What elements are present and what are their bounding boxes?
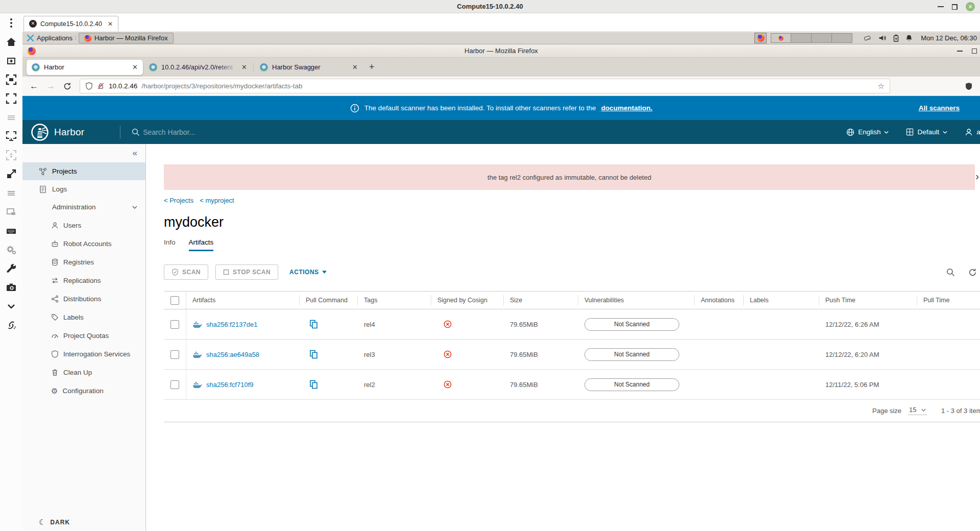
session-tab-close-icon[interactable]: ✕ [108,20,113,28]
workspace-switcher[interactable] [771,33,852,43]
sidebar-group-administration[interactable]: Administration [22,198,145,216]
menu-dots-icon[interactable] [6,17,17,29]
breadcrumb-projects[interactable]: < Projects [164,197,193,204]
chevron-down-icon[interactable] [6,301,17,312]
screenshot-icon[interactable] [6,282,17,293]
row-checkbox[interactable] [170,350,179,359]
sidebar-item-projects[interactable]: Projects [22,162,145,180]
back-button[interactable]: ← [30,81,38,91]
sidebar-item-clean-up[interactable]: Clean Up [22,363,145,381]
workspace-1[interactable] [771,33,791,43]
fullscreen-icon[interactable] [6,93,17,104]
row-checkbox[interactable] [170,380,179,389]
actions-dropdown[interactable]: ACTIONS [289,269,327,276]
sidebar-item-distributions[interactable]: Distributions [22,289,145,308]
expand-icon[interactable] [6,168,17,180]
tracking-shield-icon[interactable] [85,82,93,90]
tab-close-icon[interactable]: ✕ [132,63,138,71]
copy-pull-command-icon[interactable] [309,319,319,329]
forward-button[interactable]: → [46,81,55,91]
new-tab-button[interactable]: + [364,62,380,73]
tools-icon[interactable] [6,263,17,274]
sidebar-item-project-quotas[interactable]: Project Quotas [22,326,145,345]
sidebar-collapse-button[interactable]: « [22,144,145,162]
browser-tab-swagger[interactable]: Harbor Swagger ✕ [255,60,363,75]
all-scanners-link[interactable]: All scanners [919,104,960,112]
tab-artifacts[interactable]: Artifacts [189,238,214,251]
settings-gears-icon[interactable] [6,244,17,255]
home-icon[interactable] [6,36,17,47]
artifact-digest-link[interactable]: sha256:fcf710f9 [206,381,254,389]
resolution-icon[interactable] [6,150,17,161]
breadcrumb-myproject[interactable]: < myproject [200,197,234,204]
new-window-icon[interactable] [6,55,17,66]
sidebar-item-labels[interactable]: Labels [22,308,145,326]
url-bar[interactable]: 10.0.2.46/harbor/projects/3/repositories… [80,79,890,93]
notification-message: The default scanner has been installed. … [364,104,596,112]
theme-toggle[interactable]: ☾ DARK [39,518,70,526]
sidebar-item-users[interactable]: Users [22,216,145,234]
workspace-3[interactable] [812,33,832,43]
taskbar-clock[interactable]: Mon 12 Dec, 06:30 [921,34,977,42]
documentation-link[interactable]: documentation. [601,104,653,112]
row-checkbox[interactable] [170,320,179,329]
tab-close-icon[interactable]: ✕ [352,63,358,71]
applications-menu[interactable]: Applications ⁞ [27,34,76,42]
firefox-maximize-icon[interactable] [972,49,977,54]
sidebar-item-robot-accounts[interactable]: Robot Accounts [22,234,145,253]
tab-info[interactable]: Info [164,238,176,251]
select-all-checkbox[interactable] [170,296,179,305]
minimize-icon[interactable] [938,6,944,7]
immutable-tag-alert: the tag rel2 configured as immutable, ca… [164,164,975,190]
table-row: sha256:fcf710f9 rel2 79.65MiB Not Scanne… [164,370,980,400]
clipboard-tray-icon[interactable] [864,34,872,42]
bookmark-star-icon[interactable]: ☆ [878,82,885,91]
refresh-icon[interactable] [968,268,977,277]
browser-tab-harbor[interactable]: Harbor ✕ [27,60,143,75]
reload-button[interactable] [63,82,71,90]
registry-menu[interactable]: Default [906,128,947,136]
sidebar-item-replications[interactable]: Replications [22,271,145,289]
sidebar-item-registries[interactable]: Registries [22,253,145,271]
insecure-lock-icon[interactable] [97,82,105,90]
search-input[interactable] [143,128,296,136]
workspace-2[interactable] [791,33,812,43]
drag-handle-icon[interactable] [6,112,17,123]
browser-tab-api[interactable]: 10.0.2.46/api/v2.0/retent ✕ [144,60,252,75]
search-icon [132,128,140,136]
close-icon[interactable]: ✕ [966,2,975,11]
page-size-select[interactable]: 15 [908,406,927,415]
firefox-window-button[interactable]: Harbor — Mozilla Firefox [79,33,174,43]
screen-fit-icon[interactable] [6,131,17,142]
workspace-4[interactable] [832,33,852,43]
launcher-firefox[interactable] [754,33,767,43]
center-screen-icon[interactable] [6,74,17,85]
extension-shield-icon[interactable] [965,82,973,90]
firefox-minimize-icon[interactable] [957,51,963,52]
battery-icon[interactable] [893,34,899,42]
alert-next-icon[interactable]: › [975,171,979,182]
copy-pull-command-icon[interactable] [309,379,319,390]
tab-close-icon[interactable]: ✕ [241,63,247,71]
filter-search-icon[interactable] [946,268,955,277]
artifact-digest-link[interactable]: sha256:ae649a58 [206,351,259,358]
keyboard-icon[interactable] [6,225,17,236]
list-lines-icon[interactable] [6,187,17,199]
harbor-brand[interactable]: Harbor [31,123,84,141]
disconnect-link-icon[interactable] [6,320,17,331]
windows-icon[interactable] [6,206,17,218]
artifact-digest-link[interactable]: sha256:f2137de1 [206,321,257,328]
sidebar-item-logs[interactable]: Logs [22,180,145,198]
sidebar-item-interrogation-services[interactable]: Interrogation Services [22,345,145,363]
user-menu[interactable]: admin [965,128,980,136]
harbor-brand-name: Harbor [54,127,84,138]
sidebar-item-configuration[interactable]: ⚙ Configuration [22,381,145,400]
restore-icon[interactable] [952,4,958,10]
scan-button[interactable]: SCAN [164,264,208,280]
stop-scan-button[interactable]: STOP SCAN [215,264,278,280]
notifications-bell-icon[interactable] [905,34,913,42]
volume-icon[interactable] [878,34,887,42]
remote-session-tab[interactable]: ✕ Compute15-10.0.2.40 ✕ [23,16,118,31]
language-menu[interactable]: English [846,128,889,136]
copy-pull-command-icon[interactable] [309,349,319,359]
